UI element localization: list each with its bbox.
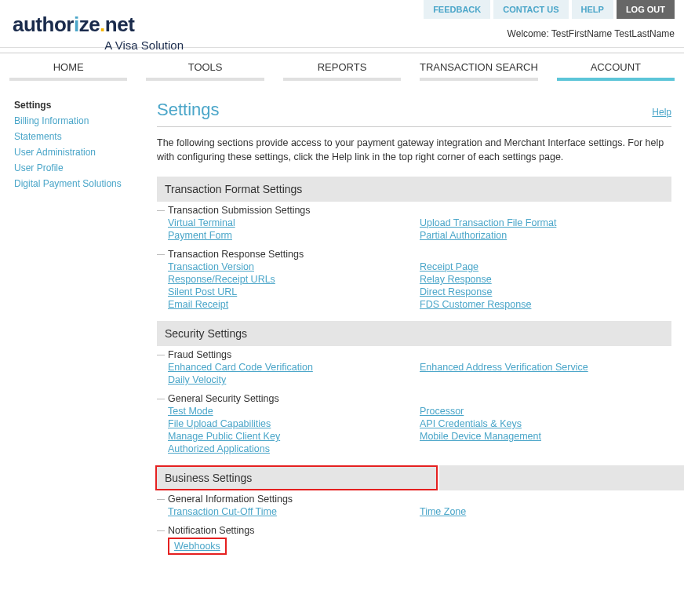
nav-tools[interactable]: TOOLS (136, 53, 273, 86)
sidebar-user-administration[interactable]: User Administration (14, 147, 135, 158)
logo-tagline: A Visa Solution (13, 38, 184, 52)
link-mobile-device-management[interactable]: Mobile Device Management (420, 431, 671, 442)
main-nav: HOME TOOLS REPORTS TRANSACTION SEARCH AC… (0, 53, 684, 86)
nav-home[interactable]: HOME (0, 53, 136, 86)
link-manage-public-client-key[interactable]: Manage Public Client Key (168, 431, 420, 442)
sidebar: Settings Billing Information Statements … (0, 86, 141, 574)
link-upload-transaction-file-format[interactable]: Upload Transaction File Format (420, 217, 671, 228)
link-relay-response[interactable]: Relay Response (420, 274, 671, 285)
logout-button[interactable]: LOG OUT (617, 0, 675, 19)
link-virtual-terminal[interactable]: Virtual Terminal (168, 217, 420, 228)
page-title: Settings (157, 100, 220, 120)
help-link[interactable]: Help (652, 107, 671, 118)
link-transaction-version[interactable]: Transaction Version (168, 261, 420, 272)
webhooks-highlight: Webhooks (168, 538, 227, 555)
link-fds-customer-response[interactable]: FDS Customer Response (420, 299, 671, 310)
top-bar: authorize.net A Visa Solution FEEDBACK C… (0, 0, 684, 48)
link-enhanced-card-code-verification[interactable]: Enhanced Card Code Verification (168, 362, 420, 373)
link-authorized-applications[interactable]: Authorized Applications (168, 443, 420, 454)
link-partial-authorization[interactable]: Partial Authorization (420, 230, 671, 241)
section-business-settings: Business Settings (155, 465, 438, 490)
link-direct-response[interactable]: Direct Response (420, 286, 671, 297)
link-file-upload-capabilities[interactable]: File Upload Capabilities (168, 418, 420, 429)
feedback-button[interactable]: FEEDBACK (424, 0, 490, 19)
subsection-transaction-response: Transaction Response Settings (168, 249, 671, 260)
logo-block: authorize.net A Visa Solution (0, 6, 196, 56)
welcome-text: Welcome: TestFirstName TestLastName (508, 28, 675, 39)
nav-transaction-search[interactable]: TRANSACTION SEARCH (410, 53, 547, 86)
sidebar-user-profile[interactable]: User Profile (14, 162, 135, 173)
link-webhooks[interactable]: Webhooks (174, 541, 220, 552)
link-transaction-cut-off-time[interactable]: Transaction Cut-Off Time (168, 506, 420, 517)
subsection-notification-settings: Notification Settings (168, 525, 671, 536)
link-receipt-page[interactable]: Receipt Page (420, 261, 671, 272)
nav-reports[interactable]: REPORTS (274, 53, 410, 86)
subsection-general-security: General Security Settings (168, 393, 671, 404)
sidebar-statements[interactable]: Statements (14, 131, 135, 142)
help-button[interactable]: HELP (572, 0, 613, 19)
top-buttons: FEEDBACK CONTACT US HELP LOG OUT (424, 0, 675, 19)
subsection-fraud-settings: Fraud Settings (168, 349, 671, 360)
sidebar-digital-payment-solutions[interactable]: Digital Payment Solutions (14, 178, 135, 189)
link-time-zone[interactable]: Time Zone (420, 506, 671, 517)
link-silent-post-url[interactable]: Silent Post URL (168, 286, 420, 297)
sidebar-settings[interactable]: Settings (14, 100, 135, 111)
link-enhanced-address-verification-service[interactable]: Enhanced Address Verification Service (420, 362, 671, 373)
link-response-receipt-urls[interactable]: Response/Receipt URLs (168, 274, 420, 285)
intro-text: The following sections provide access to… (157, 137, 671, 164)
link-test-mode[interactable]: Test Mode (168, 406, 420, 417)
link-daily-velocity[interactable]: Daily Velocity (168, 374, 420, 385)
section-transaction-format-settings: Transaction Format Settings (157, 177, 671, 202)
main-content: Settings Help The following sections pro… (141, 86, 684, 574)
subsection-general-information: General Information Settings (168, 494, 671, 505)
link-email-receipt[interactable]: Email Receipt (168, 299, 420, 310)
sidebar-billing-information[interactable]: Billing Information (14, 115, 135, 126)
link-processor[interactable]: Processor (420, 406, 671, 417)
link-api-credentials-keys[interactable]: API Credentials & Keys (420, 418, 671, 429)
link-payment-form[interactable]: Payment Form (168, 230, 420, 241)
nav-account[interactable]: ACCOUNT (548, 53, 684, 86)
subsection-transaction-submission: Transaction Submission Settings (168, 205, 671, 216)
section-security-settings: Security Settings (157, 321, 671, 346)
contact-us-button[interactable]: CONTACT US (493, 0, 568, 19)
logo-text: authorize.net (13, 13, 184, 37)
